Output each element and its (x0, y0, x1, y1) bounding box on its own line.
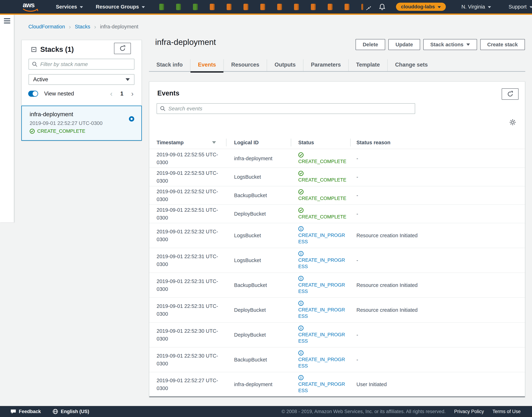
status-label: CREATE_IN_PROGR (298, 332, 350, 338)
column-divider (226, 139, 226, 146)
status-reason-cell: - (350, 155, 525, 162)
timestamp-cell: 2019-09-01 22:52:52 UTC-0300 (149, 188, 226, 203)
chevron-down-icon (80, 6, 83, 8)
services-menu[interactable]: Services (56, 0, 83, 13)
tab-label: Parameters (311, 62, 341, 68)
language-selector[interactable]: English (US) (52, 408, 89, 415)
tab-change-sets[interactable]: Change sets (388, 59, 435, 71)
status-reason-cell: - (350, 331, 525, 339)
service-shortcut-icon-5[interactable] (227, 4, 231, 10)
aws-logo[interactable]: aws (23, 1, 39, 12)
terms-of-use-link[interactable]: Terms of Use (492, 409, 521, 414)
stack-selected-radio[interactable] (129, 116, 134, 122)
previous-page-icon[interactable]: ‹ (110, 90, 112, 98)
breadcrumb: CloudFormation › Stacks › infra-deployme… (28, 24, 138, 30)
tab-events[interactable]: Events (191, 59, 224, 71)
status-label: ESS (298, 288, 350, 295)
service-shortcut-icon-3[interactable] (193, 4, 198, 10)
tabs: Stack infoEventsResourcesOutputsParamete… (149, 59, 525, 72)
support-menu[interactable]: Support (509, 0, 532, 13)
status-label: ESS (298, 263, 350, 270)
globe-icon (52, 408, 58, 415)
timestamp-cell: 2019-09-01 22:52:27 UTC-0300 (149, 376, 226, 392)
status-label: ESS (298, 387, 350, 394)
status-cell: CREATE_COMPLETE (291, 171, 350, 183)
tab-stack-info[interactable]: Stack info (149, 59, 191, 71)
status-reason-cell: Resource creation Initiated (350, 306, 525, 314)
status-label: CREATE_COMPLETE (298, 177, 350, 183)
status-reason-cell: User Initiated (350, 380, 525, 388)
next-page-icon[interactable]: › (131, 90, 133, 98)
service-shortcut-icon-7[interactable] (260, 4, 265, 10)
breadcrumb-stacks[interactable]: Stacks (75, 24, 90, 30)
service-shortcut-icon-10[interactable] (311, 4, 316, 10)
column-header-logical-id[interactable]: Logical ID (226, 139, 291, 146)
tab-template[interactable]: Template (349, 59, 388, 71)
service-shortcut-icon-4[interactable] (210, 4, 215, 10)
table-settings-gear-icon[interactable] (509, 119, 516, 126)
tab-label: Change sets (395, 62, 428, 68)
tab-outputs[interactable]: Outputs (267, 59, 303, 71)
stack-name: infra-deployment (30, 111, 73, 118)
service-shortcut-icon-9[interactable] (294, 4, 299, 10)
stacks-refresh-button[interactable] (114, 43, 131, 54)
feedback-button[interactable]: Feedback (10, 408, 41, 415)
status-info-icon (298, 251, 304, 256)
create-stack-button[interactable]: Create stack (480, 39, 525, 50)
view-nested-label: View nested (44, 91, 74, 97)
stack-status-label: CREATE_COMPLETE (37, 128, 85, 134)
service-shortcut-icon-12[interactable] (345, 4, 349, 10)
stack-created-timestamp: 2019-09-01 22:52:27 UTC-0300 (30, 120, 102, 126)
status-info-icon (298, 350, 304, 356)
hamburger-menu-icon[interactable] (4, 18, 10, 25)
table-row: 2019-09-01 22:52:51 UTC-0300DeployBucket… (149, 205, 525, 223)
service-shortcut-icon-8[interactable] (277, 4, 282, 10)
timestamp-cell: 2019-09-01 22:52:30 UTC-0300 (149, 352, 226, 367)
column-header-status[interactable]: Status (291, 139, 350, 146)
service-shortcut-icon-11[interactable] (328, 4, 332, 10)
stack-filter-input[interactable] (40, 61, 131, 67)
stack-status-filter-select[interactable]: Active (29, 74, 134, 85)
footer: Feedback English (US) © 2008 - 2019, Ama… (0, 406, 532, 417)
delete-button[interactable]: Delete (356, 39, 385, 50)
pushpin-icon[interactable] (365, 3, 372, 11)
search-icon (32, 61, 38, 67)
collapse-panel-icon[interactable] (31, 47, 37, 52)
notifications-bell-icon[interactable] (378, 3, 386, 11)
status-label: ESS (298, 338, 350, 344)
status-success-icon (298, 171, 304, 176)
column-header-timestamp[interactable]: Timestamp (149, 139, 226, 146)
status-info-icon (298, 375, 304, 380)
region-menu[interactable]: N. Virginia (462, 0, 491, 13)
events-refresh-button[interactable] (502, 88, 519, 100)
service-shortcut-icon-1[interactable] (159, 4, 164, 10)
status-info-icon (298, 325, 304, 331)
status-label: CREATE_IN_PROGR (298, 356, 350, 363)
status-label: ESS (298, 363, 350, 369)
tab-resources[interactable]: Resources (224, 59, 267, 71)
status-reason-cell: - (350, 356, 525, 364)
column-header-status-reason[interactable]: Status reason (350, 139, 525, 146)
timestamp-cell: 2019-09-01 22:52:53 UTC-0300 (149, 169, 226, 185)
service-shortcut-icon-13[interactable] (361, 4, 363, 10)
resource-groups-menu[interactable]: Resource Groups (96, 0, 145, 13)
stacks-panel-header: Stacks (1) (31, 45, 74, 53)
stack-filter-field (29, 59, 134, 70)
service-shortcut-icon-2[interactable] (176, 4, 181, 10)
breadcrumb-cloudformation[interactable]: CloudFormation (28, 24, 65, 30)
update-button[interactable]: Update (388, 39, 420, 50)
events-search-field (157, 103, 415, 114)
view-nested-toggle[interactable] (28, 91, 38, 97)
stack-actions-button[interactable]: Stack actions (423, 39, 477, 50)
privacy-policy-link[interactable]: Privacy Policy (454, 409, 484, 414)
tab-parameters[interactable]: Parameters (303, 59, 349, 71)
account-menu[interactable]: clouddog-labs (396, 3, 446, 11)
events-search-input[interactable] (168, 105, 412, 112)
status-reason-cell: - (350, 256, 525, 264)
service-icons (159, 4, 369, 10)
aws-smile-icon (23, 9, 38, 12)
service-shortcut-icon-6[interactable] (243, 4, 248, 10)
caret-down-icon (126, 78, 130, 81)
stack-list-item[interactable]: infra-deployment 2019-09-01 22:52:27 UTC… (21, 105, 142, 141)
timestamp-cell: 2019-09-01 22:52:31 UTC-0300 (149, 252, 226, 268)
